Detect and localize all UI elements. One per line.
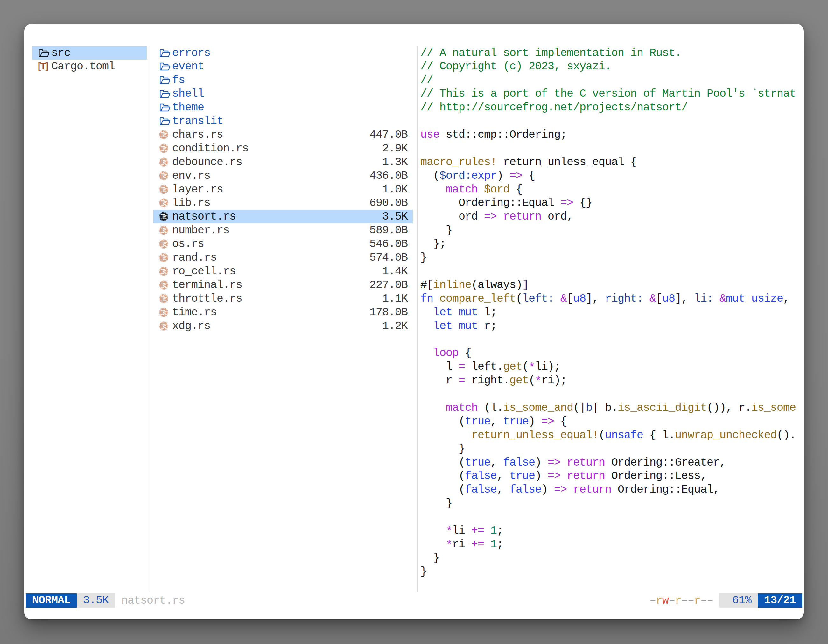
svg-text:R: R: [162, 185, 167, 193]
svg-text:R: R: [162, 254, 167, 262]
svg-text:R: R: [162, 158, 167, 166]
svg-text:R: R: [162, 213, 167, 221]
svg-text:R: R: [162, 131, 167, 139]
svg-text:R: R: [162, 199, 167, 207]
svg-text:R: R: [162, 281, 167, 289]
svg-text:R: R: [162, 267, 167, 275]
svg-text:R: R: [162, 240, 167, 248]
svg-text:R: R: [162, 322, 167, 330]
svg-text:R: R: [162, 226, 167, 234]
svg-text:R: R: [162, 294, 167, 302]
svg-text:R: R: [162, 308, 167, 316]
svg-text:R: R: [162, 144, 167, 152]
svg-text:R: R: [162, 171, 167, 179]
